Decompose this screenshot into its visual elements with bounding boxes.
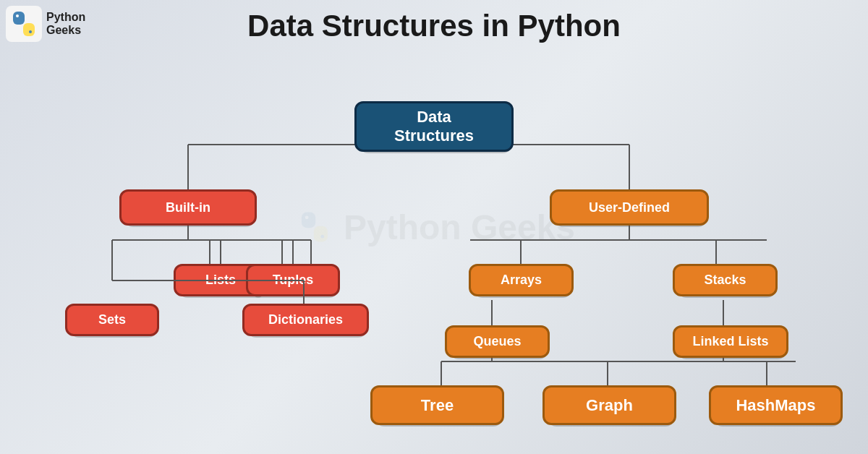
node-data-structures: Data Structures: [354, 101, 514, 152]
node-tuples: Tuples: [246, 264, 340, 296]
node-queues: Queues: [445, 325, 550, 358]
node-dictionaries: Dictionaries: [242, 304, 369, 336]
svg-rect-6: [314, 226, 328, 242]
page-title: Data Structures in Python: [0, 9, 868, 43]
node-sets: Sets: [65, 304, 159, 336]
svg-point-7: [305, 215, 309, 219]
svg-rect-5: [302, 213, 315, 228]
node-stacks: Stacks: [673, 264, 778, 296]
node-hashmaps: HashMaps: [709, 385, 843, 425]
svg-point-8: [320, 235, 324, 239]
node-builtin: Built-in: [119, 189, 257, 226]
node-arrays: Arrays: [469, 264, 574, 296]
watermark: Python Geeks: [293, 205, 575, 249]
node-graph: Graph: [542, 385, 676, 425]
node-tree: Tree: [370, 385, 504, 425]
node-user-defined: User-Defined: [550, 189, 709, 226]
node-linked-lists: Linked Lists: [673, 325, 788, 358]
